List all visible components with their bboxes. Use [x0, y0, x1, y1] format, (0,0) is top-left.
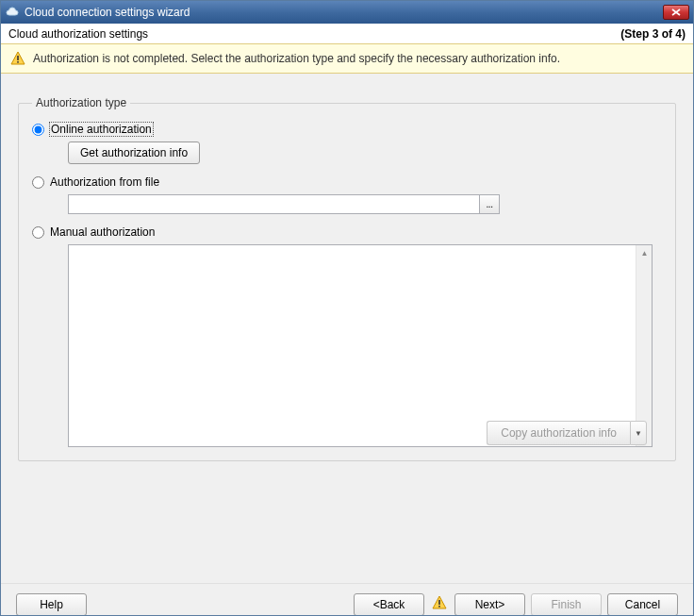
warning-text: Authorization is not completed. Select t… — [33, 52, 560, 65]
titlebar: Cloud connection settings wizard — [1, 1, 693, 24]
manual-textarea-wrap: ▲ ▼ — [68, 244, 653, 447]
authorization-type-group: Authorization type Online authorization … — [18, 96, 676, 461]
radio-file[interactable] — [32, 176, 44, 189]
radio-manual-row: Manual authorization — [32, 225, 662, 239]
close-button[interactable] — [663, 5, 689, 20]
scrollbar[interactable]: ▲ ▼ — [636, 245, 652, 446]
radio-manual-label[interactable]: Manual authorization — [50, 225, 155, 239]
copy-dropdown-button[interactable]: ▼ — [630, 421, 647, 445]
warning-icon — [10, 51, 25, 66]
file-path-input[interactable] — [68, 194, 479, 214]
footer: Help <Back Next> Finish Cancel — [1, 583, 693, 616]
cancel-button[interactable]: Cancel — [607, 593, 678, 616]
get-authorization-info-button[interactable]: Get authorization info — [68, 142, 200, 164]
radio-online-label[interactable]: Online authorization — [50, 123, 153, 136]
copy-row: Copy authorization info ▼ — [487, 421, 647, 445]
subtitle-text: Cloud authorization settings — [8, 27, 148, 41]
warning-banner: Authorization is not completed. Select t… — [1, 44, 693, 74]
radio-file-label[interactable]: Authorization from file — [50, 175, 159, 189]
cloud-icon — [5, 5, 20, 20]
svg-rect-1 — [17, 61, 19, 63]
back-button[interactable]: <Back — [354, 593, 424, 616]
radio-file-row: Authorization from file — [32, 175, 662, 189]
finish-button[interactable]: Finish — [531, 593, 602, 616]
step-indicator: (Step 3 of 4) — [620, 27, 686, 41]
warning-icon — [432, 595, 447, 613]
content-area: Authorization type Online authorization … — [1, 74, 693, 583]
radio-manual[interactable] — [32, 226, 44, 239]
next-button[interactable]: Next> — [454, 593, 525, 616]
file-input-row: ... — [68, 194, 500, 214]
group-legend: Authorization type — [32, 96, 130, 109]
copy-authorization-info-button[interactable]: Copy authorization info — [487, 421, 630, 445]
radio-online-row: Online authorization — [32, 123, 662, 136]
svg-rect-3 — [438, 606, 440, 608]
svg-rect-2 — [438, 600, 440, 605]
browse-button[interactable]: ... — [479, 194, 500, 214]
scroll-up-icon[interactable]: ▲ — [636, 245, 653, 261]
manual-textarea[interactable] — [69, 245, 636, 446]
window-title: Cloud connection settings wizard — [25, 6, 663, 19]
radio-online[interactable] — [32, 124, 44, 136]
subtitle-bar: Cloud authorization settings (Step 3 of … — [1, 24, 693, 44]
help-button[interactable]: Help — [16, 593, 87, 616]
svg-rect-0 — [17, 56, 19, 60]
